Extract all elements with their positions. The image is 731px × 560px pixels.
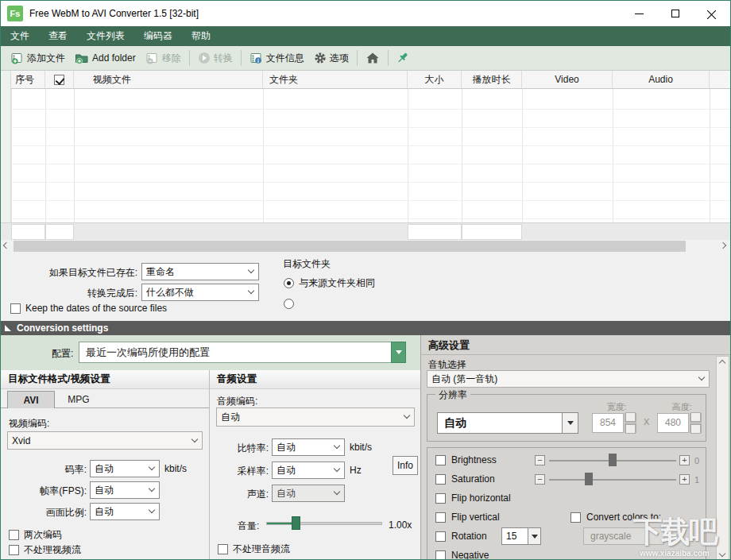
menu-file[interactable]: 文件 bbox=[1, 26, 39, 46]
brightness-minus-button[interactable]: − bbox=[535, 455, 545, 465]
app-icon: Fs bbox=[7, 6, 23, 21]
rotation-checkbox[interactable] bbox=[435, 531, 446, 542]
no-video-checkbox[interactable] bbox=[9, 545, 19, 555]
saturation-slider-handle[interactable] bbox=[585, 473, 593, 485]
two-pass-row[interactable]: 两次编码 bbox=[9, 528, 62, 542]
conversion-settings-bar[interactable]: Conversion settings bbox=[1, 321, 730, 335]
convert-colors-row[interactable]: Convert colors to: bbox=[570, 512, 661, 523]
height-spinner[interactable]: 480 bbox=[657, 413, 702, 433]
home-button[interactable] bbox=[361, 49, 385, 67]
brightness-slider-handle[interactable] bbox=[609, 454, 617, 466]
keep-dates-checkbox[interactable] bbox=[10, 303, 21, 314]
width-spinner[interactable]: 854 bbox=[592, 413, 636, 433]
rotation-combo[interactable]: 15 bbox=[501, 527, 541, 545]
file-list-body[interactable] bbox=[1, 89, 730, 222]
no-audio-checkbox[interactable] bbox=[218, 544, 228, 554]
channels-combo[interactable]: 自动 bbox=[272, 485, 345, 502]
horizontal-scrollbar[interactable] bbox=[1, 240, 730, 253]
tab-mpg[interactable]: MPG bbox=[56, 391, 101, 408]
brightness-checkbox[interactable] bbox=[435, 455, 446, 465]
menu-file-list[interactable]: 文件列表 bbox=[77, 26, 134, 46]
same-as-source-row[interactable]: 与来源文件夹相同 bbox=[284, 276, 375, 290]
column-select-all[interactable] bbox=[45, 71, 74, 88]
tab-avi[interactable]: AVI bbox=[7, 391, 55, 408]
info-button[interactable]: Info bbox=[393, 456, 418, 475]
select-all-checkbox[interactable] bbox=[54, 75, 64, 85]
column-folder[interactable]: 文件夹 bbox=[263, 71, 408, 88]
scrollbar-thumb[interactable] bbox=[14, 241, 686, 252]
spin-down-icon[interactable] bbox=[625, 423, 636, 433]
scroll-up-icon[interactable] bbox=[720, 361, 725, 365]
spin-up-icon[interactable] bbox=[625, 413, 636, 423]
no-audio-row[interactable]: 不处理音频流 bbox=[218, 543, 290, 556]
saturation-checkbox[interactable] bbox=[435, 474, 446, 485]
advanced-scrollbar[interactable] bbox=[716, 356, 729, 560]
flip-horizontal-row[interactable]: Flip horizontal bbox=[435, 492, 511, 504]
two-pass-checkbox[interactable] bbox=[9, 530, 19, 540]
sample-rate-combo[interactable]: 自动 bbox=[272, 462, 345, 479]
custom-folder-radio[interactable] bbox=[284, 299, 294, 309]
same-as-source-radio[interactable] bbox=[284, 278, 294, 288]
keep-dates-row[interactable]: Keep the dates of the source files bbox=[10, 303, 167, 314]
negative-checkbox[interactable] bbox=[435, 550, 446, 560]
resolution-dropdown-button[interactable] bbox=[562, 413, 578, 433]
options-button[interactable]: 选项 bbox=[309, 49, 354, 68]
custom-folder-row[interactable] bbox=[284, 299, 294, 309]
column-size[interactable]: 大小 bbox=[408, 71, 462, 88]
volume-slider-handle[interactable] bbox=[292, 516, 300, 530]
file-info-button[interactable]: 文件信息 bbox=[245, 49, 309, 68]
volume-slider-track[interactable] bbox=[266, 522, 382, 525]
audio-codec-combo[interactable]: 自动 bbox=[216, 407, 415, 427]
spin-down-icon[interactable] bbox=[690, 423, 702, 433]
menu-help[interactable]: 帮助 bbox=[182, 26, 220, 46]
scroll-down-icon[interactable] bbox=[720, 551, 725, 556]
video-codec-combo[interactable]: Xvid bbox=[7, 431, 203, 450]
aspect-combo[interactable]: 自动 bbox=[90, 503, 160, 520]
column-index[interactable]: 序号 bbox=[11, 71, 45, 88]
column-duration[interactable]: 播放时长 bbox=[462, 71, 522, 88]
saturation-minus-button[interactable]: − bbox=[535, 474, 545, 485]
no-video-row[interactable]: 不处理视频流 bbox=[9, 543, 81, 557]
height-value[interactable]: 480 bbox=[657, 413, 689, 433]
convert-icon bbox=[198, 52, 211, 64]
audio-bitrate-combo[interactable]: 自动 bbox=[272, 438, 345, 456]
rotation-dropdown-button[interactable] bbox=[528, 528, 540, 544]
add-folder-button[interactable]: Add folder bbox=[70, 49, 141, 67]
after-combo[interactable]: 什么都不做 bbox=[141, 284, 259, 301]
audio-track-combo[interactable]: 自动 (第一音轨) bbox=[427, 370, 710, 388]
brightness-row[interactable]: Brightness bbox=[435, 454, 497, 465]
column-video-file[interactable]: 视频文件 bbox=[74, 71, 263, 88]
column-audio[interactable]: Audio bbox=[613, 71, 710, 88]
convert-colors-checkbox[interactable] bbox=[570, 512, 581, 523]
brightness-plus-button[interactable]: + bbox=[679, 455, 690, 465]
exists-combo[interactable]: 重命名 bbox=[141, 263, 259, 280]
scroll-left-icon[interactable] bbox=[4, 243, 10, 249]
spin-up-icon[interactable] bbox=[690, 413, 702, 423]
flip-vertical-row[interactable]: Flip vertical bbox=[435, 512, 500, 523]
negative-row[interactable]: Negative bbox=[435, 550, 489, 560]
width-value[interactable]: 854 bbox=[592, 413, 624, 433]
saturation-plus-button[interactable]: + bbox=[679, 474, 690, 485]
add-file-button[interactable]: 添加文件 bbox=[6, 49, 70, 68]
rotation-row[interactable]: Rotation bbox=[435, 531, 487, 542]
preset-dropdown-button[interactable] bbox=[391, 342, 406, 363]
scroll-right-icon[interactable] bbox=[721, 243, 727, 249]
maximize-button[interactable] bbox=[657, 1, 694, 26]
pin-button[interactable] bbox=[392, 49, 415, 68]
saturation-label: Saturation bbox=[451, 473, 495, 485]
close-button[interactable] bbox=[694, 1, 730, 26]
resolution-combo[interactable]: 自动 bbox=[437, 412, 578, 434]
saturation-slider-track[interactable] bbox=[549, 479, 676, 481]
minimize-button[interactable] bbox=[621, 1, 657, 26]
video-bitrate-combo[interactable]: 自动 bbox=[90, 460, 160, 477]
menu-encoder[interactable]: 编码器 bbox=[134, 26, 182, 46]
flip-horizontal-checkbox[interactable] bbox=[435, 493, 446, 504]
saturation-row[interactable]: Saturation bbox=[435, 473, 495, 485]
flip-vertical-checkbox[interactable] bbox=[435, 512, 446, 523]
column-video[interactable]: Video bbox=[522, 71, 613, 88]
preset-combo[interactable]: 最近一次编码所使用的配置 bbox=[79, 342, 406, 363]
menu-view[interactable]: 查看 bbox=[39, 26, 77, 46]
fps-combo[interactable]: 自动 bbox=[90, 481, 160, 499]
remove-button[interactable]: 移除 bbox=[141, 49, 186, 68]
convert-button[interactable]: 转换 bbox=[193, 49, 238, 68]
